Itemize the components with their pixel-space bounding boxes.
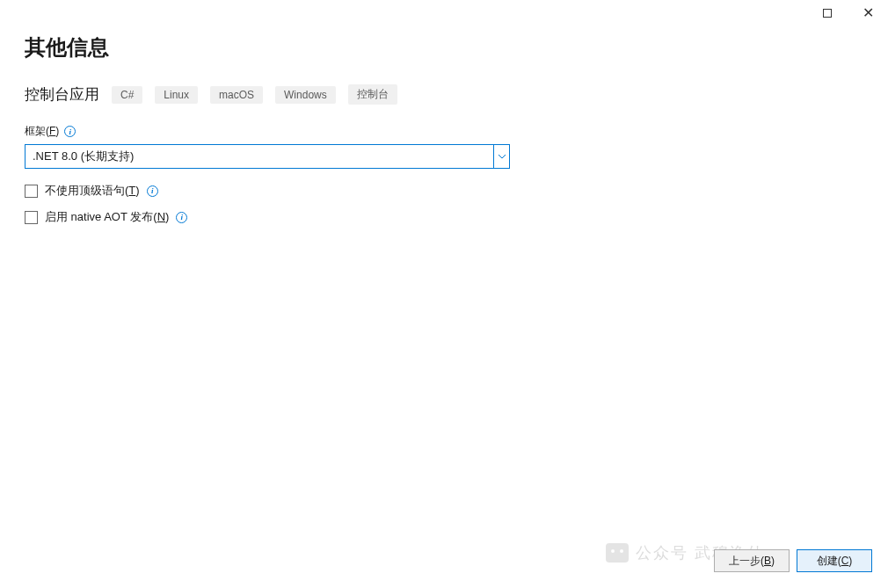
create-button[interactable]: 创建(C) [797,549,872,572]
titlebar: ✕ [0,0,888,26]
tag-csharp: C# [112,86,142,104]
tag-windows: Windows [275,86,336,104]
top-level-checkbox[interactable] [25,185,38,198]
top-level-label: 不使用顶级语句(T) [45,183,140,199]
close-icon: ✕ [863,6,874,20]
framework-label: 框架(F) [25,124,59,139]
wechat-icon [606,543,629,563]
info-icon[interactable]: i [64,126,76,137]
framework-label-row: 框架(F) i [25,124,863,139]
native-aot-row: 启用 native AOT 发布(N) i [25,209,863,225]
project-type-label: 控制台应用 [25,84,99,105]
tag-linux: Linux [155,86,198,104]
tag-macos: macOS [210,86,263,104]
close-button[interactable]: ✕ [848,0,888,26]
framework-selected-value: .NET 8.0 (长期支持) [25,145,493,168]
native-aot-label: 启用 native AOT 发布(N) [45,209,169,225]
page-title: 其他信息 [25,33,863,62]
info-icon[interactable]: i [176,212,187,223]
tag-console: 控制台 [348,84,397,105]
chevron-down-icon [493,145,509,168]
maximize-icon [823,9,832,18]
footer-buttons: 上一步(B) 创建(C) [714,549,872,572]
maximize-button[interactable] [807,0,848,26]
back-button[interactable]: 上一步(B) [714,549,790,572]
native-aot-checkbox[interactable] [25,211,38,224]
subtitle-row: 控制台应用 C# Linux macOS Windows 控制台 [25,84,863,105]
top-level-statements-row: 不使用顶级语句(T) i [25,183,863,199]
info-icon[interactable]: i [147,185,158,197]
framework-dropdown[interactable]: .NET 8.0 (长期支持) [25,144,510,169]
content-area: 其他信息 控制台应用 C# Linux macOS Windows 控制台 框架… [0,26,888,225]
